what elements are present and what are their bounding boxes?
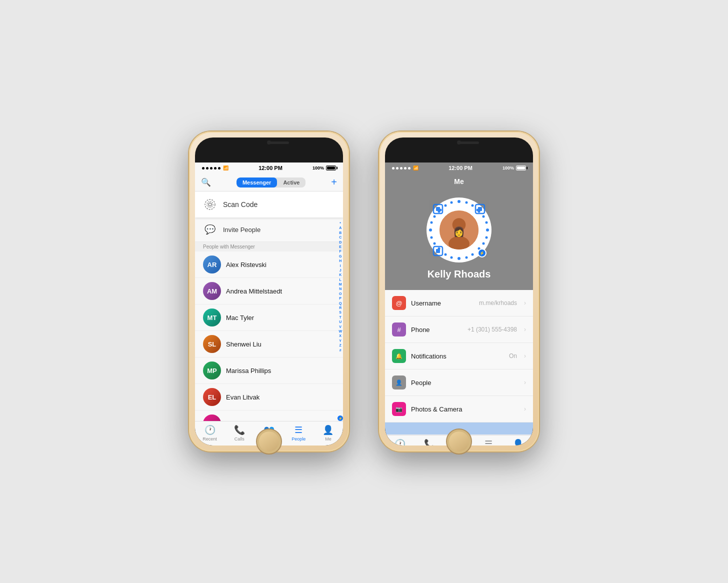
username-label: Username	[411, 300, 474, 307]
status-time-right: 12:00 PM	[448, 165, 472, 171]
contact-name-4: Shenwei Liu	[226, 340, 262, 348]
phone-icon: #	[397, 326, 400, 334]
svg-point-26	[466, 256, 468, 259]
alphabet-sidebar[interactable]: * A B C D E F G H I J K L M N	[338, 222, 342, 352]
signal-dot-r4	[404, 167, 406, 170]
settings-photos[interactable]: 📷 Photos & Camera ›	[385, 396, 533, 422]
invite-icon: 💬	[203, 222, 217, 236]
battery-icon-right	[516, 166, 526, 170]
wifi-icon-right: 📶	[413, 166, 418, 170]
tab-recent-right[interactable]: 🕐 Recent	[385, 438, 414, 446]
status-bar-left: 📶 12:00 PM 100%	[195, 162, 343, 174]
battery-area-left: 100%	[312, 166, 336, 170]
settings-phone[interactable]: # Phone +1 (301) 555-4398 ›	[385, 316, 533, 343]
tab-recent-left[interactable]: 🕐 Recent	[195, 424, 224, 442]
home-button-left[interactable]	[256, 428, 282, 454]
svg-point-4	[450, 202, 453, 204]
username-arrow: ›	[524, 300, 526, 306]
contact-row-2[interactable]: AM Andrea Mittelstaedt ⚡	[195, 278, 343, 304]
settings-people[interactable]: 👤 People ›	[385, 370, 533, 396]
phone-label: Phone	[411, 326, 462, 334]
settings-username[interactable]: @ Username m.me/krhoads ›	[385, 290, 533, 316]
avatar-mac: MT	[203, 308, 221, 326]
svg-point-7	[472, 204, 474, 207]
wifi-icon: 📶	[223, 166, 228, 170]
me-icon-left: 👤	[322, 424, 334, 436]
nav-header-left: 🔍 Messenger Active +	[195, 174, 343, 192]
tab-me-right[interactable]: 👤 Me	[504, 438, 533, 446]
phone-arrow: ›	[524, 326, 526, 333]
signal-dot-r2	[396, 167, 398, 170]
svg-point-27	[444, 254, 447, 256]
people-arrow: ›	[524, 379, 526, 386]
status-time-left: 12:00 PM	[258, 165, 282, 171]
signal-dot2	[206, 167, 208, 170]
me-icon-right: 👤	[512, 438, 524, 446]
battery-pct-left: 100%	[312, 166, 324, 170]
calls-label: Calls	[234, 436, 244, 442]
svg-rect-30	[436, 207, 440, 211]
messenger-tab[interactable]: Messenger	[236, 178, 277, 188]
people-label: People	[292, 436, 306, 442]
section-label: People with Messenger	[195, 242, 343, 252]
notifications-icon: 🔔	[396, 353, 402, 360]
settings-notifications[interactable]: 🔔 Notifications On ›	[385, 343, 533, 370]
photos-arrow: ›	[524, 406, 526, 412]
scan-code-icon	[203, 198, 217, 212]
tab-group: Messenger Active	[236, 178, 306, 188]
notif-icon-box: 🔔	[392, 349, 406, 363]
calls-icon: 📞	[234, 424, 245, 436]
phone-left: 📶 12:00 PM 100% 🔍 Messenger A	[189, 132, 349, 452]
signal-dot1	[202, 167, 204, 170]
speaker-left	[269, 142, 289, 144]
svg-point-21	[482, 242, 485, 245]
contact-row-1[interactable]: AR Alex Ristevski ⚡	[195, 252, 343, 278]
screen-shell-right: 📶 12:00 PM 100% Me	[385, 138, 533, 446]
contact-row-3[interactable]: MT Mac Tyler ⚡	[195, 304, 343, 331]
tab-me-left[interactable]: 👤 Me	[314, 424, 343, 442]
qr-avatar-container: 👩 ⚡	[426, 198, 492, 262]
home-button-right[interactable]	[446, 428, 472, 454]
contact-name-6: Evan Litvak	[226, 394, 260, 401]
avatar-svg: 👩	[440, 210, 478, 250]
battery-pct-right: 100%	[502, 166, 514, 170]
add-button[interactable]: +	[331, 176, 337, 188]
notifications-value: On	[509, 352, 517, 360]
svg-point-5	[466, 202, 468, 204]
svg-point-11	[429, 228, 432, 232]
search-button[interactable]: 🔍	[201, 178, 211, 187]
contact-row-5[interactable]: MP Marissa Phillips ⚡	[195, 358, 343, 384]
contact-row-4[interactable]: SL Shenwei Liu ⚡	[195, 331, 343, 358]
signal-area: 📶	[202, 166, 228, 170]
battery-area-right: 100%	[502, 166, 526, 170]
avatar-messenger-badge: ⚡	[478, 248, 486, 258]
speaker-right	[459, 142, 479, 144]
svg-text:👩: 👩	[453, 226, 465, 238]
tab-calls-right[interactable]: 📞 Calls	[414, 438, 444, 446]
tab-people-right[interactable]: ☰ People	[474, 438, 504, 446]
recent-icon-right: 🕐	[394, 438, 406, 446]
active-tab[interactable]: Active	[277, 178, 306, 188]
contact-row-6[interactable]: EL Evan Litvak ⚡	[195, 384, 343, 410]
signal-dot3	[210, 167, 212, 170]
scan-code-label: Scan Code	[223, 200, 258, 208]
people-icon-box: 👤	[392, 376, 406, 390]
signal-dot-r5	[408, 167, 410, 170]
avatar-alex: AR	[203, 256, 221, 274]
contact-row-7[interactable]: KL Kari Lee ⚡	[195, 410, 343, 421]
signal-dot-r1	[392, 167, 394, 170]
svg-rect-34	[436, 249, 440, 253]
screen-shell-left: 📶 12:00 PM 100% 🔍 Messenger A	[195, 138, 343, 446]
settings-list: @ Username m.me/krhoads › # Phone +1 (30…	[385, 290, 533, 435]
tab-calls-left[interactable]: 📞 Calls	[224, 424, 254, 442]
contact-list: AR Alex Ristevski ⚡ AM Andrea Mittelstae…	[195, 252, 343, 421]
people-settings-label: People	[411, 379, 512, 386]
avatar-evan: EL	[203, 388, 221, 406]
svg-point-28	[472, 254, 474, 256]
svg-point-10	[430, 222, 433, 224]
invite-row[interactable]: 💬 Invite People	[195, 218, 343, 242]
battery-fill-left	[327, 166, 335, 170]
svg-point-17	[486, 222, 488, 224]
scan-code-row[interactable]: Scan Code	[195, 192, 343, 218]
tab-people-left[interactable]: ☰ People	[284, 424, 314, 442]
